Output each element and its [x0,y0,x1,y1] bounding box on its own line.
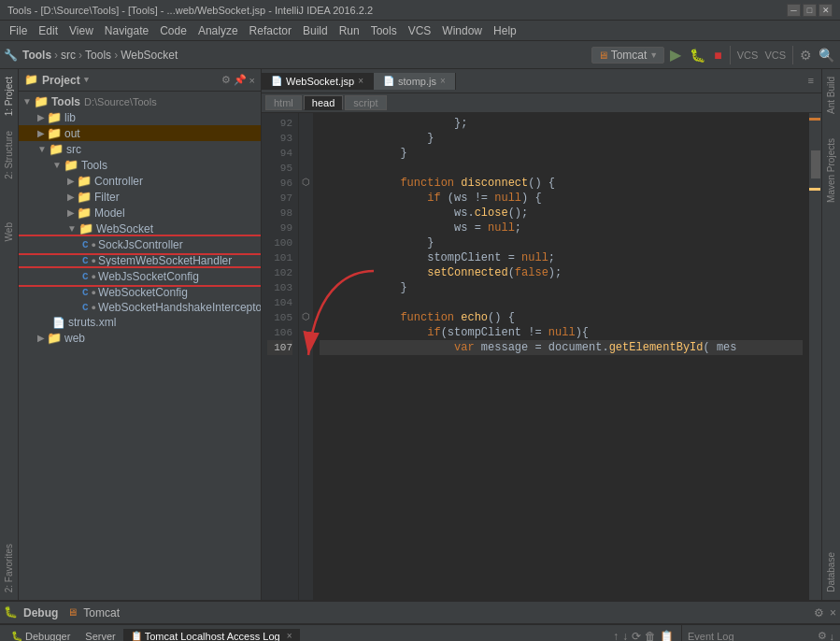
search-button[interactable]: 🔍 [817,47,836,64]
tree-item-controller[interactable]: ▶ 📁 Controller [19,173,261,189]
window-controls[interactable]: ─ □ ✕ [787,4,833,17]
debug-tab-debugger[interactable]: 🐛 Debugger [4,629,78,642]
run-config-label[interactable]: Tomcat [611,49,648,62]
tab-close-stomp[interactable]: × [440,76,446,86]
tree-label-sockjs: SockJsController [98,238,183,251]
right-scrollbar[interactable] [808,113,821,600]
tree-item-wshandshake[interactable]: C ● WebSocketHandshakeInterceptor [19,300,261,315]
maven-projects-icon[interactable]: Maven Projects [824,131,838,210]
stop-button[interactable]: ■ [711,47,724,64]
panel-tool-btn2[interactable]: 📌 [234,74,247,86]
menu-code[interactable]: Code [154,22,192,39]
scrollbar-thumb[interactable] [811,150,820,178]
debug-tool-btn2[interactable]: ↓ [622,630,628,642]
debug-tool-btn1[interactable]: ↑ [613,630,619,642]
menu-refactor[interactable]: Refactor [244,22,297,39]
tree-item-src[interactable]: ▼ 📁 src [19,141,261,157]
toolbar-breadcrumb-websocket[interactable]: WebSocket [121,49,178,62]
tree-label-wsconfig: WebSocketConfig [98,286,188,299]
menu-run[interactable]: Run [334,22,365,39]
code-tab-script[interactable]: script [345,95,386,110]
panel-tool-btn1[interactable]: ⚙ [221,74,231,86]
menu-build[interactable]: Build [297,22,334,39]
project-dropdown-arrow[interactable]: ▼ [84,76,89,85]
tree-item-webjsconfig[interactable]: C ● WebJsSocketConfig [19,268,261,285]
debug-tool-btn5[interactable]: 📋 [660,630,674,642]
debug-settings-btn[interactable]: ⚙ [814,606,824,620]
code-line-102: setConnected(false); [320,265,803,280]
run-button[interactable]: ▶ [667,45,684,64]
expand-tools-folder: ▼ [52,160,62,170]
tree-item-out[interactable]: ▶ 📁 out [19,125,261,141]
tree-item-root[interactable]: ▼ 📁 Tools D:\Source\Tools [19,93,261,109]
debug-tab-access-log[interactable]: 📋 Tomcat Localhost Access Log × [123,629,300,642]
toolbar-breadcrumb-tools[interactable]: Tools [22,49,51,62]
event-log-settings[interactable]: ⚙ [818,630,827,641]
menu-window[interactable]: Window [436,22,488,39]
access-log-close[interactable]: × [287,631,292,641]
run-config-dropdown-icon[interactable]: ▼ [649,50,658,60]
tree-item-model[interactable]: ▶ 📁 Model [19,205,261,221]
menu-tools[interactable]: Tools [365,22,403,39]
code-text[interactable]: }; } } function disconnect() { if (ws !=… [314,113,808,600]
event-log-close[interactable]: ↓ [830,630,835,641]
menu-file[interactable]: File [4,22,33,39]
tree-item-tools-folder[interactable]: ▼ 📁 Tools [19,157,261,173]
editor-tabs: 📄 WebSocket.jsp × 📄 stomp.js × ≡ [262,69,821,93]
tree-item-filter[interactable]: ▶ 📁 Filter [19,189,261,205]
side-favorites-icon[interactable]: 2: Favorites [2,536,16,600]
menu-edit[interactable]: Edit [33,22,64,39]
tree-item-websocket-folder[interactable]: ▼ 📁 WebSocket [19,221,261,236]
code-line-94: } [320,146,803,161]
debug-tool-btn4[interactable]: 🗑 [645,630,656,642]
vcs-button1[interactable]: VCS [735,49,761,62]
menu-navigate[interactable]: Navigate [99,22,154,39]
tab-close-websocket[interactable]: × [358,76,363,86]
close-button[interactable]: ✕ [819,4,833,17]
menu-analyze[interactable]: Analyze [192,22,244,39]
side-structure-icon[interactable]: 2: Structure [2,123,16,187]
side-project-icon[interactable]: 1: Project [2,69,16,123]
access-log-label: Tomcat Localhost Access Log [145,631,280,642]
panel-collapse-btn[interactable]: × [249,74,255,86]
debug-tool-btn3[interactable]: ⟳ [632,630,641,642]
tab-action-icon1[interactable]: ≡ [807,76,814,87]
vcs-button2[interactable]: VCS [762,49,788,62]
menu-vcs[interactable]: VCS [403,22,437,39]
editor-tab-websocket[interactable]: 📄 WebSocket.jsp × [262,73,374,90]
file-icon-websocket: 📄 [271,76,282,86]
debug-strip-header: 🐛 Debug 🖥 Tomcat ⚙ × [0,600,840,624]
menu-help[interactable]: Help [488,22,522,39]
tree-label-struts: struts.xml [68,316,116,329]
interface-icon-wsconfig: ● [92,288,96,297]
debug-button[interactable]: 🐛 [687,47,708,64]
side-web-icon[interactable]: Web [2,215,16,249]
folder-icon-root: 📁 [34,94,49,108]
tree-item-sockjs[interactable]: C ● SockJsController [19,236,261,253]
editor-tab-stomp[interactable]: 📄 stomp.js × [374,73,456,90]
log-icon: 📋 [131,631,142,641]
tree-item-web[interactable]: ▶ 📁 web [19,330,261,346]
tree-item-struts[interactable]: 📄 struts.xml [19,315,261,330]
tree-label-out: out [64,127,80,140]
tree-label-wshandshake: WebSocketHandshakeInterceptor [98,301,261,314]
code-tab-head[interactable]: head [304,95,343,110]
toolbar-breadcrumb-src[interactable]: src [61,49,76,62]
code-line-92: }; [320,116,803,131]
code-tab-html[interactable]: html [265,95,302,110]
settings-button[interactable]: ⚙ [798,47,814,64]
menu-view[interactable]: View [64,22,99,39]
debug-tab-server[interactable]: Server [78,629,122,642]
debug-run-config-label: Tomcat [83,606,120,620]
file-icon-stomp: 📄 [383,76,394,86]
minimize-button[interactable]: ─ [787,4,801,17]
toolbar-breadcrumb-tools2[interactable]: Tools [85,49,111,62]
ant-build-icon[interactable]: Ant Build [824,69,838,121]
maximize-button[interactable]: □ [803,4,817,17]
tree-item-lib[interactable]: ▶ 📁 lib [19,109,261,125]
tree-item-wsconfig[interactable]: C ● WebSocketConfig [19,285,261,300]
debug-close-btn[interactable]: × [830,606,836,620]
database-icon[interactable]: Database [824,545,838,600]
tree-item-systemws[interactable]: C ● SystemWebSocketHandler [19,253,261,268]
folder-icon-web: 📁 [47,331,62,345]
